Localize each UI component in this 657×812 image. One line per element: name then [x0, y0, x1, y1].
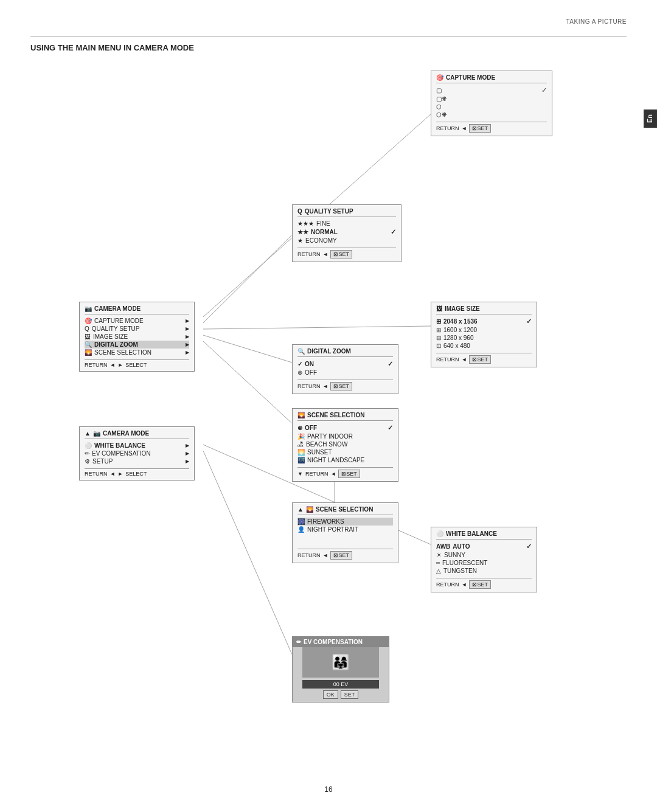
scene-sunset: 🌅 SUNSET — [297, 448, 393, 456]
scene-title1: 🌄 SCENE SELECTION — [297, 412, 393, 421]
quality-setup-box: Q QUALITY SETUP ★★★ FINE ★★ NORMAL ✓ ★ E… — [292, 204, 401, 262]
cm2-wb-icon: ⚪ — [85, 442, 92, 449]
camera-mode1-title: 📷 CAMERA MODE — [85, 305, 189, 314]
lang-tab: En — [644, 109, 657, 128]
cm1-imagesize-icon: 🖼 — [85, 333, 91, 340]
ev-icon: ✏ — [296, 639, 301, 645]
section-title: USING THE MAIN MENU IN CAMERA MODE — [30, 36, 627, 52]
page-number: 16 — [324, 785, 332, 794]
img-2048: ⊞ 2048 x 1536 ✓ — [436, 317, 532, 326]
zoom-on: ✓ ON ✓ — [297, 359, 393, 369]
wb-title: ⚪ WHITE BALANCE — [436, 530, 532, 540]
image-size-set-btn[interactable]: ⊠ SET — [469, 355, 491, 364]
wb-tungsten: △ TUNGSTEN — [436, 567, 532, 575]
wb-footer: RETURN ◄ ⊠ SET — [436, 578, 532, 589]
wb-sunny: ☀ SUNNY — [436, 551, 532, 559]
svg-line-4 — [203, 341, 292, 423]
video-icon: ⬡ — [436, 103, 442, 110]
capture-item-video: ⬡ — [436, 103, 547, 111]
scene-night-portrait: 👤 NIGHT PORTRAIT — [297, 526, 393, 533]
cm2-footer: RETURN ◄ ► SELECT — [85, 468, 189, 477]
image-size-icon: 🖼 — [436, 305, 442, 312]
cm2-ev-icon: ✏ — [85, 450, 89, 457]
cm2-ev: ✏ EV COMPENSATION ▶ — [85, 449, 189, 457]
img-640: ⊡ 640 x 480 — [436, 342, 532, 350]
capture-set-btn[interactable]: ⊠ SET — [469, 124, 491, 133]
digital-zoom-title: 🔍 DIGITAL ZOOM — [297, 348, 393, 357]
scene2-footer: RETURN ◄ ⊠ SET — [297, 549, 393, 560]
top-label: TAKING A PICTURE — [566, 18, 627, 25]
capture-item-burst: ▢❋ — [436, 95, 547, 103]
single-frame-icon: ▢ — [436, 87, 442, 94]
quality-icon: Q — [297, 208, 302, 215]
ev-title: ✏ EV COMPENSATION — [293, 637, 389, 647]
wb-set-btn[interactable]: ⊠ SET — [469, 580, 491, 589]
ev-compensation-box: ✏ EV COMPENSATION 👨‍👩‍👧 00 EV OK SET — [292, 636, 389, 703]
ev-image-area: 👨‍👩‍👧 00 EV OK SET — [293, 647, 389, 702]
img-1280: ⊟ 1280 x 960 — [436, 334, 532, 342]
svg-line-2 — [203, 326, 432, 329]
scene-off: ⊗ OFF ✓ — [297, 423, 393, 432]
scene-icon2: 🌄 — [306, 506, 313, 513]
scene-title2: ▲ 🌄 SCENE SELECTION — [297, 506, 393, 515]
digital-zoom-footer: RETURN ◄ ⊠ SET — [297, 380, 393, 390]
quality-title: Q QUALITY SETUP — [297, 208, 396, 217]
wb-fluorescent: ━ FLUORESCENT — [436, 559, 532, 567]
scene2-set-btn[interactable]: ⊠ SET — [330, 551, 352, 560]
cm1-footer: RETURN ◄ ► SELECT — [85, 359, 189, 368]
ev-ok-btn[interactable]: OK — [323, 690, 338, 699]
image-size-box: 🖼 IMAGE SIZE ⊞ 2048 x 1536 ✓ ⊞ 1600 x 12… — [431, 302, 537, 367]
scene-selection-box2: ▲ 🌄 SCENE SELECTION 🎆 FIREWORKS 👤 NIGHT … — [292, 502, 398, 563]
wb-auto: AWB AUTO ✓ — [436, 542, 532, 551]
cm2-wb: ⚪ WHITE BALANCE ▶ — [85, 442, 189, 449]
digital-zoom-box: 🔍 DIGITAL ZOOM ✓ ON ✓ ⊗ OFF RETURN ◄ ⊠ S… — [292, 344, 398, 394]
video-flash-icon: ⬡❋ — [436, 111, 447, 118]
capture-mode-title: 🎯 CAPTURE MODE — [436, 74, 547, 83]
ev-controls: OK SET — [323, 690, 359, 699]
camera-mode-box1: 📷 CAMERA MODE 🎯 CAPTURE MODE ▶ Q QUALITY… — [79, 302, 195, 372]
zoom-off: ⊗ OFF — [297, 369, 393, 377]
cm1-capture: 🎯 CAPTURE MODE ▶ — [85, 317, 189, 325]
cm1-zoom-icon: 🔍 — [85, 341, 92, 348]
camera-mode1-icon: 📷 — [85, 305, 92, 312]
capture-title-icon: 🎯 — [436, 74, 443, 81]
ev-value-display: 00 EV — [302, 680, 379, 689]
capture-item-video-flash: ⬡❋ — [436, 111, 547, 119]
image-size-footer: RETURN ◄ ⊠ SET — [436, 353, 532, 364]
white-balance-box: ⚪ WHITE BALANCE AWB AUTO ✓ ☀ SUNNY ━ FLU… — [431, 527, 537, 592]
cm1-quality-icon: Q — [85, 325, 89, 332]
scene-fireworks: 🎆 FIREWORKS — [297, 518, 393, 526]
page-container: TAKING A PICTURE En USING THE MAIN MENU … — [0, 0, 657, 812]
quality-set-btn[interactable]: ⊠ SET — [330, 250, 352, 259]
ev-set-btn[interactable]: SET — [341, 690, 359, 699]
capture-item-single: ▢ ✓ — [436, 86, 547, 95]
camera-mode2-icon: 📷 — [93, 430, 100, 437]
scene1-set-btn[interactable]: ⊠ SET — [338, 470, 360, 478]
scene-party: 🎉 PARTY INDOOR — [297, 432, 393, 440]
digital-zoom-set-btn[interactable]: ⊠ SET — [330, 382, 352, 390]
scene-icon1: 🌄 — [297, 412, 305, 418]
scene1-footer: ▼ RETURN ◄ ⊠ SET — [297, 467, 393, 478]
digital-zoom-icon: 🔍 — [297, 348, 305, 355]
cm2-setup: ⚙ SETUP ▶ — [85, 457, 189, 465]
camera-mode-box2: ▲ 📷 CAMERA MODE ⚪ WHITE BALANCE ▶ ✏ EV C… — [79, 426, 195, 481]
svg-line-3 — [203, 335, 292, 363]
svg-line-1 — [203, 235, 292, 323]
burst-icon: ▢❋ — [436, 95, 447, 102]
scene-beach: 🏖 BEACH SNOW — [297, 440, 393, 448]
scene-night-landscape: 🌃 NIGHT LANDSCAPE — [297, 456, 393, 464]
triangle-up-icon: ▲ — [85, 430, 91, 437]
quality-fine: ★★★ FINE — [297, 220, 396, 227]
cm1-scene: 🌄 SCENE SELECTION ▶ — [85, 349, 189, 356]
cm1-scene-icon: 🌄 — [85, 349, 92, 356]
cm1-imagesize: 🖼 IMAGE SIZE ▶ — [85, 333, 189, 341]
cm1-quality: Q QUALITY SETUP ▶ — [85, 325, 189, 333]
image-size-title: 🖼 IMAGE SIZE — [436, 305, 532, 314]
capture-mode-box: 🎯 CAPTURE MODE ▢ ✓ ▢❋ ⬡ ⬡❋ RETURN ◄ ⊠ — [431, 71, 552, 136]
capture-footer: RETURN ◄ ⊠ SET — [436, 122, 547, 133]
cm1-digitalzoom: 🔍 DIGITAL ZOOM ▶ — [85, 341, 189, 349]
cm1-capture-icon: 🎯 — [85, 318, 92, 324]
wb-icon: ⚪ — [436, 530, 443, 537]
ev-photo-preview: 👨‍👩‍👧 — [302, 647, 379, 678]
svg-line-6 — [203, 451, 292, 654]
